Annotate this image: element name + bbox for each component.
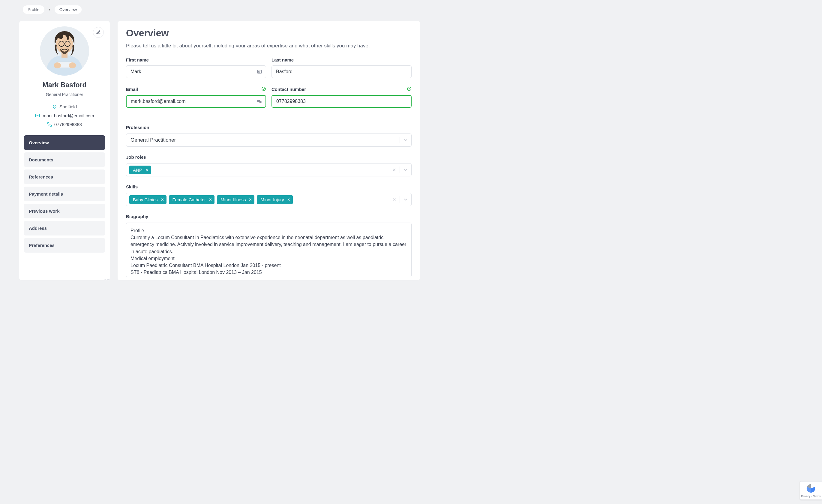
skill-tag: Minor Injury✕	[257, 195, 293, 204]
svg-point-13	[258, 71, 259, 72]
profile-location-text: Sheffield	[59, 104, 77, 109]
svg-point-9	[69, 62, 76, 68]
profession-value: General Practitioner	[129, 137, 176, 143]
profile-email: mark.basford@email.com	[35, 113, 94, 118]
skill-tag: Female Catheter✕	[169, 195, 215, 204]
skill-tag: Baby Clinics✕	[129, 195, 166, 204]
remove-tag-icon[interactable]: ✕	[287, 197, 290, 202]
skills-select[interactable]: Baby Clinics✕Female Catheter✕Minor Illne…	[126, 193, 412, 206]
profile-phone: 07782998383	[47, 122, 82, 127]
sidebar-item-previous-work[interactable]: Previous work	[24, 204, 105, 218]
id-card-icon	[257, 69, 262, 74]
sidebar-item-preferences[interactable]: Preferences	[24, 238, 105, 253]
svg-point-10	[54, 106, 55, 107]
pencil-icon	[96, 30, 101, 35]
svg-rect-12	[258, 70, 262, 73]
sidebar-nav: Overview Documents References Payment de…	[24, 135, 105, 253]
breadcrumb: Profile Overview	[19, 0, 420, 14]
email-input-wrap	[126, 95, 266, 108]
sidebar-item-address[interactable]: Address	[24, 221, 105, 235]
contact-input-wrap	[272, 95, 412, 108]
contact-label: Contact number	[272, 87, 306, 92]
first-name-input[interactable]	[130, 66, 254, 78]
remove-tag-icon[interactable]: ✕	[209, 197, 212, 202]
profile-role: General Practitioner	[24, 92, 105, 97]
remove-tag-icon[interactable]: ✕	[249, 197, 252, 202]
skill-tag-label: Minor Illness	[221, 197, 246, 202]
email-label: Email	[126, 87, 138, 92]
svg-rect-18	[260, 101, 262, 103]
job-role-tag: ANP✕	[129, 165, 151, 174]
job-roles-select[interactable]: ANP✕	[126, 163, 412, 176]
check-circle-icon	[407, 86, 412, 92]
edit-profile-button[interactable]	[93, 27, 104, 38]
chevron-down-icon[interactable]	[403, 137, 408, 143]
sidebar-item-payment-details[interactable]: Payment details	[24, 186, 105, 201]
profile-name: Mark Basford	[24, 81, 105, 89]
mail-icon	[35, 113, 40, 118]
check-circle-icon	[261, 86, 266, 92]
profile-phone-text: 07782998383	[54, 122, 82, 127]
chevron-right-icon	[48, 7, 51, 12]
autofill-icon	[257, 99, 262, 104]
profile-location: Sheffield	[52, 104, 77, 109]
profession-select[interactable]: General Practitioner	[126, 133, 412, 147]
profession-label: Profession	[126, 125, 412, 130]
breadcrumb-profile[interactable]: Profile	[23, 5, 44, 14]
skill-tag-label: Female Catheter	[172, 197, 206, 202]
remove-tag-icon[interactable]: ✕	[145, 168, 148, 172]
phone-icon	[47, 122, 52, 127]
remove-tag-icon[interactable]: ✕	[161, 197, 164, 202]
breadcrumb-overview[interactable]: Overview	[55, 5, 82, 14]
sidebar-item-references[interactable]: References	[24, 169, 105, 184]
biography-label: Biography	[126, 214, 412, 219]
chevron-down-icon[interactable]	[403, 197, 408, 202]
last-name-input[interactable]	[276, 66, 399, 78]
skill-tag: Minor Illness✕	[217, 195, 255, 204]
chevron-down-icon[interactable]	[403, 167, 408, 172]
first-name-input-wrap	[126, 65, 266, 78]
job-role-tag-label: ANP	[133, 167, 142, 172]
sidebar-item-documents[interactable]: Documents	[24, 152, 105, 167]
skill-tag-label: Minor Injury	[261, 197, 284, 202]
first-name-label: First name	[126, 57, 149, 62]
svg-point-8	[54, 62, 61, 68]
job-roles-label: Job roles	[126, 154, 412, 159]
page-subtitle: Please tell us a little bit about yourse…	[126, 43, 412, 49]
clear-icon[interactable]	[392, 197, 397, 202]
clear-icon[interactable]	[392, 167, 397, 172]
skill-tag-label: Baby Clinics	[133, 197, 158, 202]
skills-label: Skills	[126, 184, 412, 189]
section-divider	[118, 117, 420, 117]
profile-email-text: mark.basford@email.com	[43, 113, 94, 118]
overview-panel: Overview Please tell us a little bit abo…	[118, 21, 420, 280]
location-pin-icon	[52, 104, 57, 109]
avatar	[40, 26, 89, 76]
biography-textarea[interactable]: Profile Currently a Locum Consultant in …	[126, 222, 412, 277]
page-title: Overview	[126, 28, 412, 39]
sidebar-item-overview[interactable]: Overview	[24, 135, 105, 150]
profile-sidebar: Mark Basford General Practitioner Sheffi…	[19, 21, 110, 280]
last-name-label: Last name	[272, 57, 294, 62]
last-name-input-wrap	[272, 65, 412, 78]
sidebar-tiny-badge: 350	[104, 279, 109, 280]
email-input[interactable]	[131, 96, 254, 107]
contact-input[interactable]	[276, 96, 399, 107]
